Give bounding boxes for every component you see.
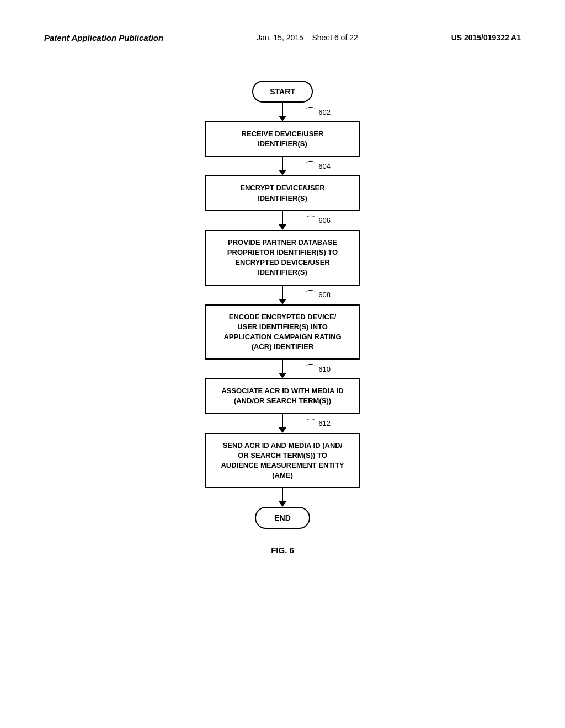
- end-node: END: [255, 507, 310, 529]
- arrow-row-608: ⌒ 608: [279, 286, 286, 304]
- arrow-row-612: ⌒ 612: [279, 414, 286, 433]
- step-label-612: ⌒ 612: [305, 418, 331, 429]
- step-602: RECEIVE DEVICE/USERIDENTIFIER(S): [205, 121, 360, 157]
- header-date-sheet: Jan. 15, 2015 Sheet 6 of 22: [257, 33, 358, 42]
- start-node: START: [252, 81, 313, 103]
- arrow-5: [279, 360, 286, 378]
- figure-label: FIG. 6: [44, 545, 521, 555]
- step-label-604: ⌒ 604: [305, 160, 331, 172]
- arrow-4: [279, 286, 286, 304]
- arrow-7: [279, 488, 286, 507]
- arrow-1: [279, 103, 286, 121]
- step-606: PROVIDE PARTNER DATABASEPROPRIETOR IDENT…: [205, 230, 360, 286]
- header-publication-title: Patent Application Publication: [44, 33, 163, 42]
- flowchart: START ⌒ 602 RECEIVE DEVICE/USERIDENTIFIE…: [44, 81, 521, 529]
- step-label-610: ⌒ 610: [305, 363, 331, 374]
- header: Patent Application Publication Jan. 15, …: [44, 33, 521, 47]
- step-604: ENCRYPT DEVICE/USERIDENTIFIER(S): [205, 175, 360, 211]
- arrow-6: [279, 414, 286, 433]
- arrow-row-606: ⌒ 606: [279, 211, 286, 230]
- step-612: SEND ACR ID AND MEDIA ID (AND/OR SEARCH …: [205, 433, 360, 489]
- step-610: ASSOCIATE ACR ID WITH MEDIA ID(AND/OR SE…: [205, 378, 360, 414]
- page: Patent Application Publication Jan. 15, …: [0, 0, 565, 728]
- arrow-row-602: ⌒ 602: [279, 103, 286, 121]
- step-label-606: ⌒ 606: [305, 215, 331, 226]
- arrow-3: [279, 211, 286, 230]
- step-608: ENCODE ENCRYPTED DEVICE/USER IDENTIFIER(…: [205, 304, 360, 360]
- arrow-row-610: ⌒ 610: [279, 360, 286, 378]
- arrow-2: [279, 157, 286, 175]
- header-patent-number: US 2015/019322 A1: [451, 33, 521, 42]
- step-label-608: ⌒ 608: [305, 290, 331, 301]
- arrow-row-604: ⌒ 604: [279, 157, 286, 175]
- step-label-602: ⌒ 602: [305, 106, 331, 117]
